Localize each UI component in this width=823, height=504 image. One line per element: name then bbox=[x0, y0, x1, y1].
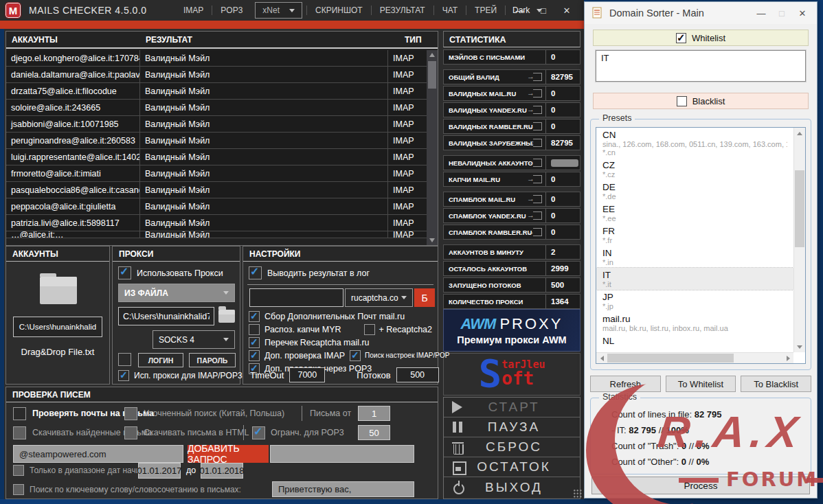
log-output-checkbox[interactable] bbox=[249, 266, 262, 279]
maximize-button[interactable]: □ bbox=[771, 8, 792, 19]
refined-search-checkbox[interactable] bbox=[124, 407, 137, 420]
keyword-input[interactable] bbox=[272, 481, 414, 497]
menu-result[interactable]: РЕЗУЛЬТАТ bbox=[371, 5, 433, 15]
minimize-button[interactable]: — bbox=[508, 5, 532, 16]
process-button[interactable]: Process bbox=[591, 477, 810, 494]
table-row[interactable]: pasqualeboccia86@alice.it:casanobili Вал… bbox=[6, 182, 427, 198]
download-letters-checkbox[interactable] bbox=[13, 426, 26, 439]
column-header-type[interactable]: ТИП bbox=[399, 32, 438, 47]
settings-checkbox[interactable] bbox=[249, 324, 260, 335]
close-button[interactable]: ✕ bbox=[792, 8, 813, 19]
scroll-right-icon[interactable] bbox=[784, 353, 792, 363]
use-proxy-checkbox[interactable] bbox=[118, 266, 131, 279]
add-query-button[interactable]: ДОБАВИТЬ ЗАПРОС bbox=[188, 445, 269, 463]
date-from-value[interactable]: 01.01.2017 bbox=[138, 463, 181, 479]
scroll-up-icon[interactable] bbox=[427, 50, 438, 60]
whitelist-checkbox[interactable] bbox=[676, 33, 686, 43]
proxy-imap-pop3-checkbox[interactable] bbox=[118, 370, 129, 381]
menu-pop3[interactable]: POP3 bbox=[212, 5, 251, 15]
folder-icon[interactable] bbox=[40, 277, 77, 304]
preset-item[interactable]: JP *.jp bbox=[596, 290, 793, 312]
scrollbar-thumb[interactable] bbox=[795, 170, 804, 247]
maximize-button[interactable]: □ bbox=[532, 5, 555, 16]
date-to-value[interactable]: 01.01.2018 bbox=[201, 463, 243, 479]
proxy-type-dropdown[interactable]: SOCKS 4 bbox=[153, 330, 235, 349]
proxy-file-path-input[interactable] bbox=[118, 307, 214, 325]
letters-from-value[interactable]: 1 bbox=[358, 406, 390, 421]
settings-checkbox[interactable] bbox=[249, 350, 260, 361]
table-row[interactable]: jsabbioni@alice.it:10071985 Валидный Мэй… bbox=[6, 116, 427, 133]
scroll-down-icon[interactable] bbox=[794, 343, 805, 351]
action-button[interactable]: СБРОС bbox=[444, 437, 580, 457]
export-arrow-icon[interactable] bbox=[533, 228, 542, 236]
export-arrow-icon[interactable] bbox=[533, 211, 542, 220]
proxy-source-dropdown[interactable]: ИЗ ФАЙЛА bbox=[118, 284, 235, 302]
whitelist-textarea[interactable]: IT bbox=[596, 50, 806, 82]
captcha-service-dropdown[interactable]: rucaptcha.co bbox=[345, 288, 413, 307]
minimize-button[interactable]: — bbox=[751, 8, 771, 19]
export-arrow-icon[interactable] bbox=[533, 122, 542, 130]
export-arrow-icon[interactable] bbox=[533, 195, 542, 203]
blacklist-checkbox[interactable] bbox=[677, 96, 687, 106]
folder-icon[interactable] bbox=[218, 310, 235, 323]
scroll-left-icon[interactable] bbox=[598, 353, 606, 363]
menu-tray[interactable]: ТРЕЙ bbox=[466, 5, 505, 15]
table-row[interactable]: peruginoandrea@alice.it:260583 Валидный … bbox=[6, 133, 427, 149]
table-row[interactable]: djego.el.konghero@alice.it:170784 Валидн… bbox=[6, 50, 427, 67]
preset-item[interactable]: IT *.it bbox=[596, 268, 793, 290]
preset-item[interactable]: IN *.in bbox=[596, 246, 793, 268]
presets-vscrollbar[interactable] bbox=[793, 128, 805, 352]
table-row[interactable]: peppacola@alice.it:giulietta Валидный Мэ… bbox=[6, 198, 427, 215]
to-blacklist-button[interactable]: To Blacklist bbox=[741, 376, 811, 392]
table-row[interactable]: patrizia.livi@alice.it:5898117 Валидный … bbox=[6, 215, 427, 231]
export-arrow-icon[interactable] bbox=[533, 175, 542, 183]
scroll-up-icon[interactable] bbox=[794, 129, 805, 137]
preset-item[interactable]: CN sina., 126.com, 168.com, 0511.cn, 139… bbox=[596, 128, 793, 158]
extra-checkbox[interactable] bbox=[350, 350, 361, 361]
whitelist-toggle[interactable]: Whitelist bbox=[593, 30, 809, 46]
action-button[interactable]: ПАУЗА bbox=[444, 417, 580, 437]
settings-checkbox[interactable] bbox=[249, 337, 260, 348]
export-arrow-icon[interactable] bbox=[533, 89, 542, 98]
accounts-file-path[interactable]: C:\Users\hunainkhalid bbox=[13, 317, 102, 337]
preset-item[interactable]: NL bbox=[596, 334, 793, 347]
presets-hscrollbar[interactable] bbox=[596, 352, 793, 363]
check-mail-checkbox[interactable] bbox=[13, 407, 26, 420]
export-arrow-icon[interactable] bbox=[533, 73, 542, 81]
preset-item[interactable]: CZ *.cz bbox=[596, 158, 793, 180]
password-button[interactable]: ПАРОЛЬ bbox=[189, 353, 236, 367]
captcha-key-input[interactable] bbox=[249, 288, 343, 307]
export-arrow-icon[interactable] bbox=[533, 159, 542, 167]
export-arrow-icon[interactable] bbox=[533, 139, 542, 147]
table-row[interactable]: daniela.daltamura@alice.it:paolavale Вал… bbox=[6, 67, 427, 83]
menu-imap[interactable]: IMAP bbox=[175, 5, 212, 15]
threads-input[interactable] bbox=[396, 367, 439, 382]
table-row[interactable]: drzatta75@alice.it:filocodue Валидный Мэ… bbox=[6, 83, 427, 100]
awm-proxy-banner[interactable]: AWM PROXY Премиум прокси AWM bbox=[443, 309, 580, 352]
blacklist-toggle[interactable]: Blacklist bbox=[593, 93, 809, 109]
menu-screenshot[interactable]: СКРИНШОТ bbox=[306, 5, 371, 15]
refresh-button[interactable]: Refresh bbox=[590, 376, 661, 392]
export-arrow-icon[interactable] bbox=[533, 106, 542, 114]
column-header-result[interactable]: РЕЗУЛЬТАТ bbox=[140, 32, 399, 47]
scroll-down-icon[interactable] bbox=[427, 236, 438, 245]
pop3-limit-value[interactable]: 50 bbox=[358, 425, 390, 440]
action-button[interactable]: ОСТАТОК bbox=[444, 457, 580, 477]
preset-item[interactable]: DE *.de bbox=[596, 180, 793, 202]
preset-item[interactable]: FR *.fr bbox=[596, 224, 793, 246]
query-extra-box[interactable] bbox=[270, 445, 414, 463]
pop3-limit-checkbox[interactable] bbox=[252, 426, 265, 439]
preset-item[interactable]: mail.ru mail.ru, bk.ru, list.ru, inbox.r… bbox=[596, 312, 793, 334]
table-row[interactable]: frmoretto@alice.it:imiati Валидный Мэйл … bbox=[6, 165, 427, 182]
table-scrollbar[interactable] bbox=[427, 50, 438, 245]
timeout-input[interactable] bbox=[289, 367, 325, 382]
query-input[interactable] bbox=[13, 445, 183, 463]
extra-checkbox[interactable] bbox=[364, 324, 375, 335]
xnet-dropdown[interactable]: xNet bbox=[255, 2, 302, 19]
proxy-auth-checkbox[interactable] bbox=[118, 353, 131, 366]
keyword-search-checkbox[interactable] bbox=[13, 484, 24, 495]
to-whitelist-button[interactable]: To Whitelist bbox=[666, 376, 736, 392]
balance-button[interactable]: Б bbox=[414, 288, 435, 307]
preset-item[interactable]: EE *.ee bbox=[596, 202, 793, 224]
settings-checkbox[interactable] bbox=[249, 311, 260, 322]
